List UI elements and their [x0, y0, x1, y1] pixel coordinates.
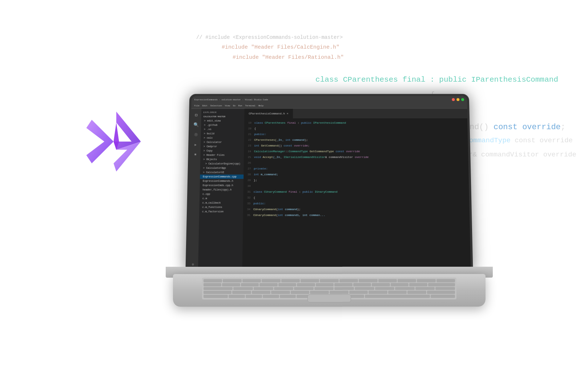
key[interactable] — [222, 283, 240, 286]
explorer-item-build[interactable]: > build — [201, 131, 244, 136]
sidebar-git-icon[interactable]: Ⓡ — [193, 131, 199, 138]
key[interactable] — [262, 279, 280, 282]
key-enter[interactable] — [427, 291, 455, 294]
minimize-btn[interactable] — [456, 98, 459, 101]
key[interactable] — [259, 283, 277, 286]
key[interactable] — [368, 291, 387, 294]
key[interactable] — [314, 287, 334, 290]
floating-code-include2: #include "Header Files/CalcEngine.h" — [222, 44, 339, 50]
key[interactable] — [391, 283, 408, 286]
menu-run[interactable]: Run — [238, 105, 242, 107]
menu-terminal[interactable]: Terminal — [245, 105, 255, 107]
key[interactable] — [398, 279, 416, 282]
sidebar-explorer-icon[interactable]: ◻ — [193, 111, 200, 118]
key[interactable] — [274, 287, 294, 290]
key[interactable] — [301, 279, 319, 282]
key[interactable] — [233, 287, 253, 290]
explorer-item-github[interactable]: > .github — [201, 123, 244, 127]
key[interactable] — [246, 295, 262, 298]
trackpad[interactable] — [307, 294, 351, 302]
explorer-item-c-m4[interactable]: c.m_factorsion — [199, 209, 243, 214]
key[interactable] — [229, 295, 245, 298]
key-backspace[interactable] — [428, 283, 455, 286]
explorer-item-header-cpp[interactable]: header_files(cpp).h — [200, 188, 243, 192]
explorer-item-calculatorapp[interactable]: > CalculatorApp — [200, 166, 244, 170]
explorer-item-calcengine[interactable]: > CalculatorEngine(cpp) — [200, 162, 244, 166]
explorer-item-calculatorui[interactable]: > CalculatorUI — [200, 170, 243, 175]
key[interactable] — [388, 291, 407, 294]
explorer-item-exprcommands-h[interactable]: ExpressionCommands.h — [200, 179, 243, 183]
key[interactable] — [395, 287, 415, 290]
key[interactable] — [435, 287, 455, 290]
close-btn[interactable] — [452, 98, 455, 101]
explorer-item-c-m2[interactable]: c.m_callback — [200, 201, 243, 205]
key[interactable] — [252, 291, 271, 294]
key[interactable] — [271, 291, 290, 294]
key[interactable] — [339, 279, 358, 282]
explorer-item-vs[interactable]: > .vs — [201, 127, 244, 131]
key[interactable] — [375, 287, 395, 290]
key[interactable] — [409, 283, 427, 286]
key[interactable] — [316, 283, 334, 286]
key[interactable] — [330, 291, 349, 294]
menu-view[interactable]: View — [225, 105, 230, 107]
sidebar-extensions-icon[interactable]: ■ — [192, 151, 198, 158]
menu-edit[interactable]: Edit — [202, 105, 208, 107]
key-shift-left[interactable] — [204, 295, 228, 298]
key-tab[interactable] — [204, 287, 233, 290]
explorer-item-c-m[interactable]: c.m — [200, 196, 243, 201]
key[interactable] — [417, 279, 435, 282]
key[interactable] — [294, 287, 314, 290]
maximize-btn[interactable] — [461, 98, 464, 101]
key-spacebar[interactable] — [365, 295, 430, 298]
sidebar-debug-icon[interactable]: ▶ — [192, 142, 199, 148]
explorer-item-calculator[interactable]: > Calculator — [201, 140, 244, 144]
explorer-item-objects[interactable]: > Objects — [200, 157, 244, 162]
key[interactable] — [241, 283, 259, 286]
key[interactable] — [263, 295, 279, 298]
explorer-item-headerfiles[interactable]: > Header Files — [200, 153, 244, 157]
explorer-item-copy[interactable]: > Copy — [201, 148, 244, 153]
code-content: 19 class CParentheses final : public IPa… — [243, 119, 470, 220]
key[interactable] — [407, 291, 426, 294]
key[interactable] — [334, 283, 352, 286]
key[interactable] — [310, 291, 329, 294]
key[interactable] — [436, 279, 455, 282]
explorer-item-exprcmdsh[interactable]: ExpressionCmds.cpp.h — [200, 183, 243, 188]
laptop-base — [166, 267, 493, 318]
key[interactable] — [334, 287, 354, 290]
explorer-item-cmdprsr[interactable]: > Cmdprsr — [201, 144, 244, 149]
key[interactable] — [378, 279, 397, 282]
explorer-item-calc[interactable]: > calc — [201, 136, 244, 140]
key[interactable] — [280, 295, 296, 298]
sidebar-search-icon[interactable]: 🔍 — [193, 122, 199, 128]
key[interactable] — [204, 279, 222, 282]
key[interactable] — [254, 287, 273, 290]
key[interactable] — [415, 287, 435, 290]
key[interactable] — [349, 291, 368, 294]
key[interactable] — [353, 283, 371, 286]
menu-file[interactable]: File — [194, 105, 199, 107]
key[interactable] — [297, 283, 315, 286]
key[interactable] — [355, 287, 374, 290]
key-caps[interactable] — [204, 291, 231, 294]
explorer-item-editview[interactable]: > edit_view — [201, 119, 244, 123]
key[interactable] — [232, 291, 251, 294]
key[interactable] — [204, 283, 221, 286]
editor-tab-active[interactable]: CParenthesisCommand.h × — [244, 109, 293, 118]
key[interactable] — [223, 279, 241, 282]
key[interactable] — [372, 283, 390, 286]
key[interactable] — [278, 283, 296, 286]
menu-selection[interactable]: Selection — [210, 105, 222, 107]
explorer-item-c-cpp[interactable]: c.cpp — [200, 192, 243, 196]
menu-help[interactable]: Help — [258, 105, 263, 107]
key-shift-right[interactable] — [431, 295, 455, 298]
explorer-item-exprcommands[interactable]: ExpressionCommands.cpp — [200, 175, 243, 179]
key[interactable] — [281, 279, 300, 282]
explorer-item-c-m3[interactable]: c.m_functions — [199, 205, 243, 209]
key[interactable] — [291, 291, 310, 294]
key[interactable] — [359, 279, 377, 282]
menu-go[interactable]: Go — [233, 105, 235, 107]
key[interactable] — [320, 279, 338, 282]
key[interactable] — [242, 279, 261, 282]
